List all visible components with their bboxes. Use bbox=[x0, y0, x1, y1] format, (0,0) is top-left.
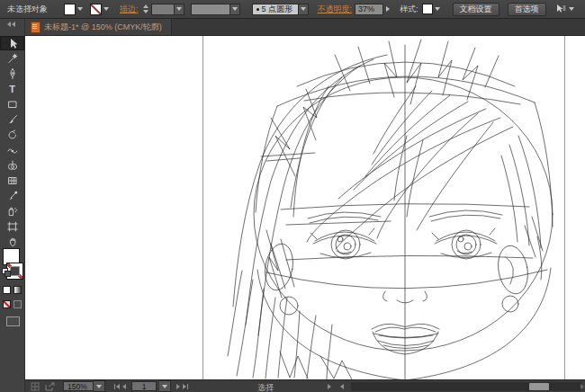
panel-collapse-button[interactable] bbox=[7, 22, 15, 27]
stroke-color-dropdown-icon[interactable] bbox=[104, 7, 109, 11]
artboard-icon bbox=[7, 221, 18, 232]
rectangle-icon bbox=[7, 99, 18, 110]
stroke-weight-field[interactable] bbox=[151, 4, 175, 15]
scroll-left-button[interactable] bbox=[340, 384, 344, 389]
none-mode-button[interactable] bbox=[3, 300, 11, 308]
artboard-navigation: 1 bbox=[114, 380, 188, 392]
export-arrow-icon[interactable] bbox=[45, 382, 56, 391]
grid-icon[interactable] bbox=[31, 382, 40, 391]
shape-builder-tool[interactable] bbox=[0, 158, 24, 173]
fill-color-swatch[interactable] bbox=[64, 4, 76, 15]
magic-wand-tool[interactable] bbox=[0, 51, 24, 66]
type-tool[interactable]: T bbox=[0, 82, 24, 96]
fill-color-dropdown-icon[interactable] bbox=[77, 7, 83, 11]
gradient-mode-button[interactable] bbox=[14, 286, 22, 294]
rectangle-tool[interactable] bbox=[0, 97, 24, 111]
hand-tool[interactable] bbox=[0, 235, 24, 249]
width-tool-icon bbox=[7, 145, 18, 156]
canvas[interactable] bbox=[25, 36, 585, 379]
selection-status-label: 未选择对象 bbox=[7, 4, 48, 15]
control-panel-menu[interactable] bbox=[554, 4, 574, 14]
opacity-field[interactable]: 37% bbox=[355, 4, 383, 15]
symbol-sprayer-tool[interactable] bbox=[0, 204, 24, 218]
brush-definition-label: 5 点圆形 bbox=[262, 4, 293, 15]
previous-artboard-button[interactable] bbox=[122, 384, 126, 389]
control-bar: 未选择对象 描边: 5 点圆形 不透明度: 37% 样式: 文档设置 首选项 bbox=[0, 0, 585, 19]
ai-document-icon bbox=[31, 22, 40, 33]
zoom-dropdown-button[interactable] bbox=[94, 380, 105, 392]
panel-menu-caret-icon bbox=[569, 7, 574, 11]
selection-tool[interactable] bbox=[0, 36, 24, 50]
status-text: 选择 bbox=[257, 382, 274, 392]
color-mode-button[interactable] bbox=[3, 286, 11, 294]
rotate-tool[interactable] bbox=[0, 128, 24, 142]
selection-arrow-icon bbox=[7, 38, 18, 49]
document-tab[interactable]: 未标题-1* @ 150% (CMYK/轮廓) bbox=[25, 19, 172, 35]
stroke-color-swatch[interactable] bbox=[90, 4, 102, 15]
mesh-tool[interactable] bbox=[0, 174, 24, 188]
horizontal-scrollbar[interactable] bbox=[351, 382, 581, 391]
mesh-grid-icon bbox=[7, 175, 18, 186]
default-fill-stroke-icon[interactable] bbox=[2, 268, 10, 276]
last-artboard-button[interactable] bbox=[183, 384, 188, 389]
screen-mode-button[interactable] bbox=[6, 316, 20, 326]
shape-builder-icon bbox=[7, 160, 18, 171]
artboard-tool[interactable] bbox=[0, 219, 24, 234]
width-profile-dropdown[interactable] bbox=[230, 4, 240, 15]
face-sketch-artwork bbox=[25, 36, 585, 379]
artboard-number-field[interactable]: 1 bbox=[131, 381, 157, 391]
document-tab-bar: 未标题-1* @ 150% (CMYK/轮廓) bbox=[25, 19, 585, 36]
document-setup-button[interactable]: 文档设置 bbox=[453, 3, 500, 16]
status-bar: 150% 1 选择 bbox=[25, 379, 585, 392]
horizontal-scrollbar-thumb[interactable] bbox=[529, 383, 549, 390]
first-artboard-button[interactable] bbox=[114, 384, 120, 389]
style-dropdown-icon[interactable] bbox=[435, 7, 440, 11]
style-swatch[interactable] bbox=[422, 4, 433, 14]
stroke-weight-stepper[interactable] bbox=[143, 4, 148, 13]
scroll-right-button[interactable] bbox=[580, 384, 584, 389]
magic-wand-icon bbox=[7, 53, 18, 64]
type-icon: T bbox=[9, 85, 15, 94]
width-tool[interactable] bbox=[0, 143, 24, 157]
paintbrush-icon bbox=[7, 114, 18, 125]
style-label: 样式: bbox=[400, 4, 418, 15]
stroke-weight-link[interactable]: 描边: bbox=[120, 4, 139, 15]
brush-definition-dropdown[interactable] bbox=[299, 4, 309, 15]
brush-preview-dot bbox=[256, 8, 259, 11]
preferences-button[interactable]: 首选项 bbox=[508, 3, 546, 16]
next-artboard-button[interactable] bbox=[176, 384, 180, 389]
hand-icon bbox=[7, 236, 18, 247]
eyedropper-icon bbox=[7, 191, 18, 201]
zoom-level-field[interactable]: 150% bbox=[63, 381, 94, 391]
drawing-mode-button[interactable] bbox=[14, 300, 22, 308]
stroke-weight-dropdown[interactable] bbox=[175, 4, 184, 15]
opacity-link[interactable]: 不透明度: bbox=[318, 4, 353, 15]
pen-icon bbox=[7, 68, 18, 79]
paintbrush-tool[interactable] bbox=[0, 112, 24, 127]
status-popup-icon[interactable] bbox=[328, 384, 331, 389]
document-title: 未标题-1* @ 150% (CMYK/轮廓) bbox=[44, 22, 162, 33]
width-profile-field[interactable] bbox=[191, 4, 230, 15]
rotate-icon bbox=[7, 129, 18, 140]
brush-definition-field[interactable]: 5 点圆形 bbox=[252, 4, 299, 15]
artboard-dropdown-button[interactable] bbox=[159, 380, 171, 392]
tools-panel: T bbox=[0, 19, 25, 392]
eyedropper-tool[interactable] bbox=[0, 189, 24, 203]
opacity-dropdown-icon[interactable] bbox=[386, 6, 390, 12]
pen-tool[interactable] bbox=[0, 67, 24, 81]
symbol-sprayer-icon bbox=[7, 206, 18, 217]
pointer-icon bbox=[554, 4, 566, 14]
